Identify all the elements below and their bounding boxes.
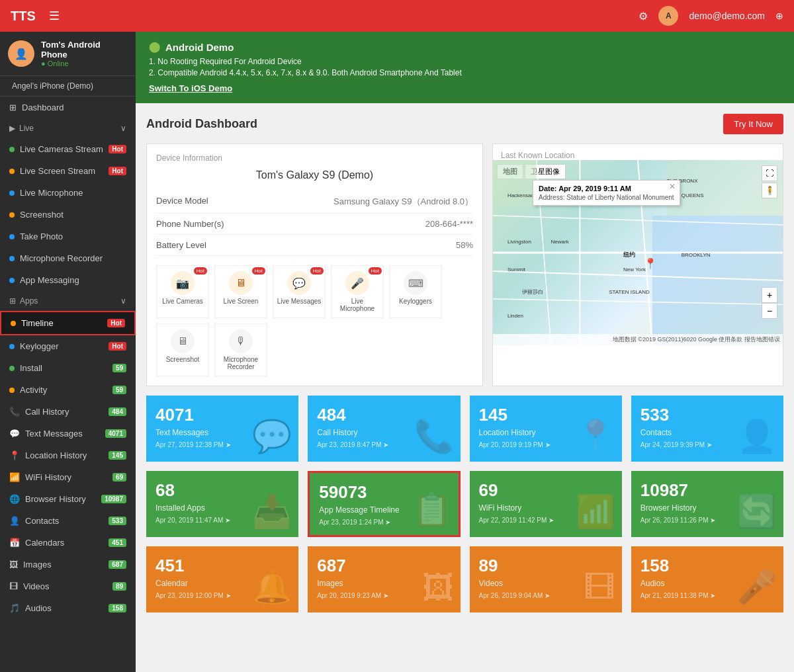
count-badge: 145 bbox=[109, 451, 126, 460]
videos-icon: 🎞 bbox=[584, 569, 615, 606]
hamburger-menu[interactable]: ☰ bbox=[49, 9, 60, 23]
status-dot bbox=[9, 212, 15, 218]
stat-card-audios[interactable]: 158 Audios Apr 21, 2019 11:38 PM ➤ 🎤 bbox=[631, 546, 783, 612]
browser-icon: 🔄 bbox=[737, 493, 777, 530]
feature-keyloggers[interactable]: ⌨ Keyloggers bbox=[389, 265, 442, 318]
dashboard-header: Android Dashboard Try It Now bbox=[146, 114, 783, 134]
share-header-icon[interactable]: ⊕ bbox=[775, 11, 783, 21]
zoom-in-button[interactable]: + bbox=[762, 287, 777, 303]
sidebar-item-browser-history[interactable]: 🌐 Browser History 10987 bbox=[0, 488, 136, 510]
hot-badge: Hot bbox=[310, 267, 324, 274]
sidebar-item-activity[interactable]: Activity 59 bbox=[0, 379, 136, 401]
profile-name: Tom's Android Phone bbox=[41, 40, 128, 60]
stat-card-call-history[interactable]: 484 Call History Apr 23, 2019 8:47 PM ➤ … bbox=[308, 396, 460, 462]
stat-card-app-message-timeline[interactable]: 59073 App Message Timeline Apr 23, 2019 … bbox=[308, 471, 460, 537]
stat-card-installed-apps[interactable]: 68 Installed Apps Apr 20, 2019 11:47 AM … bbox=[146, 471, 298, 537]
sidebar-profile: 👤 Tom's Android Phone ● Online bbox=[0, 32, 136, 76]
sidebar-item-wifi-history[interactable]: 📶 WiFi History 69 bbox=[0, 466, 136, 488]
count-badge: 158 bbox=[109, 604, 126, 612]
sidebar-item-videos[interactable]: 🎞 Videos 89 bbox=[0, 575, 136, 597]
device-name: Tom's Galaxy S9 (Demo) bbox=[156, 169, 473, 181]
timeline-icon: 📋 bbox=[412, 491, 452, 528]
sidebar-item-live-screen[interactable]: Live Screen Stream Hot bbox=[0, 160, 136, 182]
feature-live-screen[interactable]: Hot 🖥 Live Screen bbox=[214, 265, 267, 318]
hot-badge: Hot bbox=[109, 342, 126, 351]
text-messages-icon: 💬 bbox=[252, 418, 292, 455]
banner-line1: 1. No Rooting Required For Android Devic… bbox=[149, 57, 781, 66]
sidebar-alt-account[interactable]: Angel's iPhone (Demo) bbox=[0, 76, 136, 97]
status-dot bbox=[9, 190, 15, 196]
feature-live-microphone[interactable]: Hot 🎤 Live Microphone bbox=[331, 265, 384, 318]
status-dot bbox=[9, 388, 15, 393]
sidebar-item-audios[interactable]: 🎵 Audios 158 bbox=[0, 597, 136, 619]
sidebar-item-screenshot[interactable]: Screenshot bbox=[0, 204, 136, 226]
calendar-icon: 🔔 bbox=[252, 569, 292, 606]
sidebar-item-take-photo[interactable]: Take Photo bbox=[0, 226, 136, 247]
person-icon[interactable]: 🧍 bbox=[762, 183, 777, 198]
feature-live-messages[interactable]: Hot 💬 Live Messages bbox=[273, 265, 326, 318]
feature-microphone-recorder[interactable]: 🎙 Microphone Recorder bbox=[214, 323, 267, 376]
status-dot bbox=[9, 256, 15, 261]
tooltip-date: Date: Apr 29, 2019 9:11 AM bbox=[539, 185, 674, 192]
zoom-out-button[interactable]: − bbox=[762, 303, 777, 319]
sidebar-item-keylogger[interactable]: Keylogger Hot bbox=[0, 335, 136, 357]
status-dot bbox=[9, 278, 15, 283]
status-dot bbox=[11, 321, 16, 326]
feature-live-cameras[interactable]: Hot 📷 Live Cameras bbox=[156, 265, 209, 318]
stat-card-images[interactable]: 687 Images Apr 20, 2019 9:23 AM ➤ 🖼 bbox=[308, 546, 460, 612]
phone-icon: 📞 bbox=[9, 407, 20, 417]
messages-icon: 💬 bbox=[287, 271, 311, 295]
sidebar-item-contacts[interactable]: 👤 Contacts 533 bbox=[0, 510, 136, 532]
count-badge: 59 bbox=[112, 386, 126, 394]
content-area: ⬤ Android Demo 1. No Rooting Required Fo… bbox=[136, 32, 794, 672]
sidebar-item-app-messaging[interactable]: App Messaging bbox=[0, 269, 136, 291]
stat-card-calendar[interactable]: 451 Calendar Apr 23, 2019 12:00 PM ➤ 🔔 bbox=[146, 546, 298, 612]
calendar-icon: 📅 bbox=[9, 538, 20, 548]
sidebar-item-live-cameras[interactable]: Live Cameras Stream Hot bbox=[0, 138, 136, 160]
brand-logo: TTS bbox=[11, 9, 36, 24]
tooltip-address: Address: Statue of Liberty National Monu… bbox=[539, 194, 674, 201]
contacts-icon: 👤 bbox=[9, 516, 20, 526]
page-title: Android Dashboard bbox=[146, 117, 257, 131]
sidebar-item-live-microphone[interactable]: Live Microphone bbox=[0, 182, 136, 204]
battery-row: Battery Level 58% bbox=[156, 235, 473, 256]
feature-screenshot[interactable]: 🖥 Screenshot bbox=[156, 323, 209, 376]
sidebar-item-images[interactable]: 🖼 Images 687 bbox=[0, 554, 136, 575]
stat-card-browser-history[interactable]: 10987 Browser History Apr 26, 2019 11:26… bbox=[631, 471, 783, 537]
fullscreen-button[interactable]: ⛶ bbox=[762, 165, 777, 181]
sidebar-item-timeline[interactable]: Timeline Hot bbox=[0, 311, 136, 335]
screen-icon: 🖥 bbox=[229, 271, 253, 295]
audios-icon: 🎤 bbox=[737, 569, 777, 606]
sidebar-item-text-messages[interactable]: 💬 Text Messages 4071 bbox=[0, 423, 136, 444]
stat-card-location[interactable]: 145 Location History Apr 20, 2019 9:19 P… bbox=[470, 396, 622, 462]
sidebar-item-call-history[interactable]: 📞 Call History 484 bbox=[0, 401, 136, 423]
svg-text:STATEN ISLAND: STATEN ISLAND bbox=[609, 289, 650, 295]
stat-card-videos[interactable]: 89 Videos Apr 26, 2019 9:04 AM ➤ 🎞 bbox=[470, 546, 622, 612]
map-controls: ⛶ 🧍 bbox=[762, 165, 777, 198]
stat-card-text-messages[interactable]: 4071 Text Messages Apr 27, 2019 12:38 PM… bbox=[146, 396, 298, 462]
browser-icon: 🌐 bbox=[9, 494, 20, 504]
count-badge: 687 bbox=[109, 560, 126, 569]
switch-ios-link[interactable]: Switch To iOS Demo bbox=[149, 83, 232, 93]
sidebar-item-dashboard[interactable]: ⊞ Dashboard bbox=[0, 97, 136, 118]
sidebar-apps-section[interactable]: ⊞ Apps ∨ bbox=[0, 291, 136, 311]
sidebar-item-microphone-recorder[interactable]: Microphone Recorder bbox=[0, 247, 136, 269]
svg-rect-8 bbox=[493, 160, 537, 206]
sidebar-item-location-history[interactable]: 📍 Location History 145 bbox=[0, 444, 136, 466]
svg-text:BROOKLYN: BROOKLYN bbox=[682, 252, 711, 258]
header-right: ⚙ A demo@demo.com ⊕ bbox=[628, 6, 783, 26]
status-dot bbox=[9, 344, 15, 349]
settings-header-icon[interactable]: ⚙ bbox=[639, 10, 648, 22]
sidebar-item-install[interactable]: Install 59 bbox=[0, 357, 136, 379]
hot-badge: Hot bbox=[194, 267, 207, 274]
profile-status: ● Online bbox=[41, 60, 128, 67]
sidebar: 👤 Tom's Android Phone ● Online Angel's i… bbox=[0, 32, 136, 672]
tooltip-close-button[interactable]: ✕ bbox=[669, 182, 676, 191]
sidebar-item-calendars[interactable]: 📅 Calendars 451 bbox=[0, 532, 136, 554]
stat-card-contacts[interactable]: 533 Contacts Apr 24, 2019 9:39 PM ➤ 👤 bbox=[631, 396, 783, 462]
stat-card-wifi-history[interactable]: 69 WiFi History Apr 22, 2019 11:42 PM ➤ … bbox=[470, 471, 622, 537]
svg-text:New York: New York bbox=[623, 267, 646, 273]
sidebar-live-section[interactable]: ▶ Live ∨ bbox=[0, 118, 136, 138]
contacts-icon: 👤 bbox=[737, 418, 777, 455]
try-it-now-button[interactable]: Try It Now bbox=[723, 114, 783, 134]
